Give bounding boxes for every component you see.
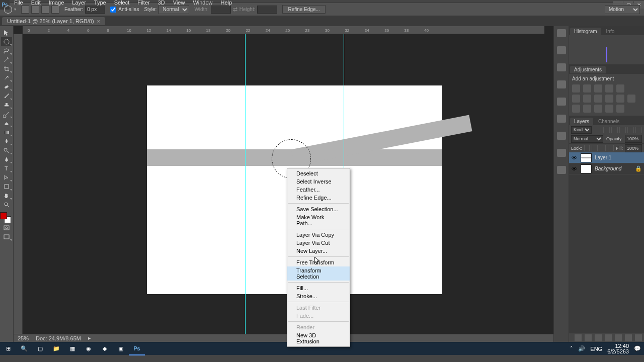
adj-hue-icon[interactable] bbox=[572, 95, 580, 103]
menu-type[interactable]: Type bbox=[90, 0, 110, 7]
adj-brightness-icon[interactable] bbox=[572, 84, 580, 93]
opacity-input[interactable] bbox=[625, 135, 642, 143]
system-tray[interactable]: ˄ 🔊 ENG 12:40 6/2/5263 💬 bbox=[570, 343, 644, 354]
group-icon[interactable] bbox=[615, 334, 622, 341]
filter-smart-icon[interactable] bbox=[635, 127, 642, 133]
layer-item-background[interactable]: 👁 Background 🔒 bbox=[569, 163, 644, 174]
dodge-tool-icon[interactable] bbox=[1, 146, 12, 155]
blur-tool-icon[interactable] bbox=[1, 137, 12, 146]
adj-mixer-icon[interactable] bbox=[616, 95, 624, 103]
healing-tool-icon[interactable] bbox=[1, 82, 12, 92]
start-button[interactable]: ⊞ bbox=[0, 342, 16, 355]
lock-trans-icon[interactable] bbox=[584, 145, 590, 151]
history-brush-tool-icon[interactable] bbox=[1, 110, 12, 119]
eyedropper-tool-icon[interactable] bbox=[1, 73, 12, 82]
lock-all-icon[interactable] bbox=[608, 145, 614, 151]
zoom-level[interactable]: 25% bbox=[18, 335, 29, 341]
context-menu-item[interactable]: Select Inverse bbox=[287, 177, 350, 186]
lock-pixel-icon[interactable] bbox=[592, 145, 598, 151]
hand-tool-icon[interactable] bbox=[1, 191, 12, 200]
brush-tool-icon[interactable] bbox=[1, 92, 12, 101]
panel-icon-2[interactable] bbox=[557, 46, 566, 54]
context-menu-item[interactable]: Layer Via Cut bbox=[287, 239, 350, 247]
chrome-icon[interactable]: ◉ bbox=[80, 342, 97, 355]
layer-thumb[interactable] bbox=[581, 153, 592, 162]
adj-curves-icon[interactable] bbox=[594, 84, 602, 93]
color-swatches[interactable] bbox=[0, 212, 11, 223]
panel-icon-8[interactable] bbox=[557, 149, 566, 157]
layer-thumb[interactable] bbox=[581, 164, 592, 173]
ruler-vertical[interactable] bbox=[14, 34, 23, 334]
lasso-tool-icon[interactable] bbox=[1, 46, 12, 55]
menu-filter[interactable]: Filter bbox=[133, 0, 153, 7]
menu-file[interactable]: File bbox=[10, 0, 27, 7]
canvas-viewport[interactable] bbox=[23, 34, 544, 334]
filter-adj-icon[interactable] bbox=[611, 127, 618, 133]
visibility-eye-icon[interactable]: 👁 bbox=[571, 165, 578, 172]
context-menu-item[interactable]: Layer Via Copy bbox=[287, 231, 350, 239]
context-menu-item[interactable]: Stroke... bbox=[287, 292, 350, 300]
context-menu-item[interactable]: Fill... bbox=[287, 284, 350, 292]
tray-volume-icon[interactable]: 🔊 bbox=[578, 345, 585, 352]
move-tool-icon[interactable] bbox=[1, 28, 12, 37]
adj-bw-icon[interactable] bbox=[594, 95, 602, 103]
taskview-icon[interactable]: ▢ bbox=[32, 342, 48, 355]
panel-icon-5[interactable] bbox=[557, 98, 566, 106]
adj-invert-icon[interactable] bbox=[572, 105, 580, 113]
crop-tool-icon[interactable] bbox=[1, 64, 12, 73]
app-icon-2[interactable]: ◆ bbox=[97, 342, 113, 355]
context-menu-item[interactable]: Refine Edge... bbox=[287, 194, 350, 202]
antialias-checkbox[interactable] bbox=[110, 7, 116, 13]
menu-window[interactable]: Window bbox=[189, 0, 216, 7]
visibility-eye-icon[interactable]: 👁 bbox=[571, 154, 578, 161]
tab-histogram[interactable]: Histogram bbox=[570, 28, 601, 35]
menu-3d[interactable]: 3D bbox=[154, 0, 169, 7]
document-tab[interactable]: Untitled-1 @ 25% (Layer 1, RGB/8) × bbox=[2, 17, 105, 25]
zoom-tool-icon[interactable] bbox=[1, 200, 12, 209]
mask-icon[interactable] bbox=[595, 334, 602, 341]
menu-select[interactable]: Select bbox=[110, 0, 134, 7]
screenmode-icon[interactable] bbox=[1, 232, 12, 241]
context-menu-item[interactable]: New 3D Extrusion bbox=[287, 331, 350, 345]
eraser-tool-icon[interactable] bbox=[1, 119, 12, 128]
context-menu-item[interactable]: New Layer... bbox=[287, 247, 350, 255]
blend-mode-select[interactable]: Normal bbox=[571, 135, 603, 143]
context-menu-item[interactable]: Deselect bbox=[287, 169, 350, 177]
ruler-horizontal[interactable]: 0246810121416182022242628303234363840 bbox=[23, 26, 544, 34]
context-menu-item[interactable]: Save Selection... bbox=[287, 205, 350, 213]
shape-tool-icon[interactable] bbox=[1, 182, 12, 191]
quickmask-icon[interactable] bbox=[1, 223, 12, 232]
tray-notifications-icon[interactable]: 💬 bbox=[634, 345, 641, 352]
adj-thresh-icon[interactable] bbox=[594, 105, 602, 113]
layer-name[interactable]: Background bbox=[595, 166, 621, 171]
adj-vibrance-icon[interactable] bbox=[616, 84, 624, 93]
tab-adjustments[interactable]: Adjustments bbox=[570, 66, 606, 73]
tray-chevron-icon[interactable]: ˄ bbox=[570, 345, 573, 352]
panel-icon-1[interactable] bbox=[557, 29, 566, 37]
app-icon-3[interactable]: ▣ bbox=[113, 342, 129, 355]
adj-poster-icon[interactable] bbox=[583, 105, 591, 113]
adj-colorbal-icon[interactable] bbox=[583, 95, 591, 103]
layer-item-layer1[interactable]: 👁 Layer 1 bbox=[569, 152, 644, 163]
wand-tool-icon[interactable] bbox=[1, 55, 12, 64]
menu-image[interactable]: Image bbox=[45, 0, 68, 7]
fill-input[interactable] bbox=[625, 144, 642, 152]
fx-icon[interactable] bbox=[585, 334, 592, 341]
filter-type-icon[interactable] bbox=[619, 127, 626, 133]
panel-icon-7[interactable] bbox=[557, 132, 566, 140]
search-icon[interactable]: 🔍 bbox=[16, 342, 32, 355]
layer-kind-select[interactable]: Kind bbox=[571, 126, 592, 134]
foreground-color-swatch[interactable] bbox=[0, 212, 7, 219]
adj-exposure-icon[interactable] bbox=[605, 84, 613, 93]
context-menu-item[interactable]: Make Work Path... bbox=[287, 213, 350, 227]
canvas-area[interactable]: 0246810121416182022242628303234363840 25… bbox=[14, 26, 553, 342]
path-select-tool-icon[interactable] bbox=[1, 173, 12, 182]
trash-icon[interactable] bbox=[635, 334, 642, 341]
panel-icon-9[interactable] bbox=[557, 166, 566, 174]
menu-view[interactable]: View bbox=[169, 0, 189, 7]
context-menu-item[interactable]: Feather... bbox=[287, 186, 350, 194]
panel-icon-4[interactable] bbox=[557, 80, 566, 88]
lock-pos-icon[interactable] bbox=[600, 145, 606, 151]
doc-info[interactable]: Doc: 24.9M/8.65M bbox=[36, 335, 81, 341]
stamp-tool-icon[interactable] bbox=[1, 101, 12, 110]
